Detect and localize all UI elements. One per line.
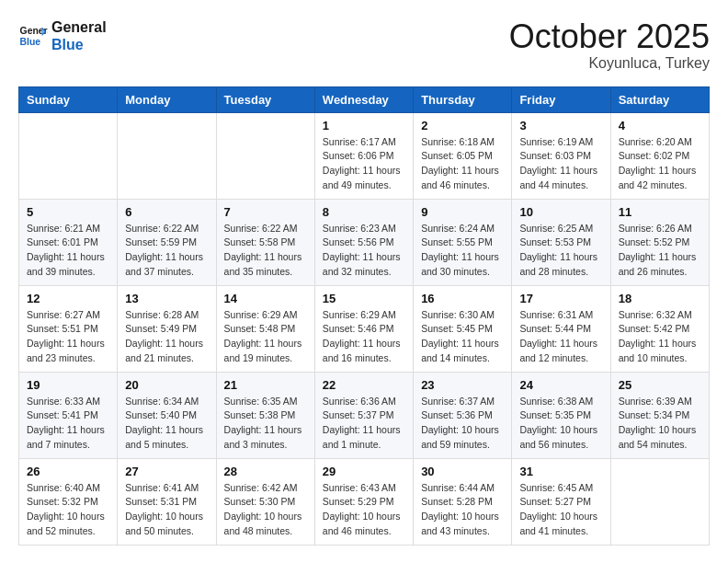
day-info: Sunrise: 6:18 AM Sunset: 6:05 PM Dayligh… [421,135,504,193]
day-number: 22 [323,378,405,392]
day-info: Sunrise: 6:32 AM Sunset: 5:42 PM Dayligh… [619,308,701,366]
calendar-week-2: 5Sunrise: 6:21 AM Sunset: 6:01 PM Daylig… [19,199,710,285]
day-info: Sunrise: 6:34 AM Sunset: 5:40 PM Dayligh… [125,395,208,453]
table-row: 6Sunrise: 6:22 AM Sunset: 5:59 PM Daylig… [118,199,216,285]
table-row: 13Sunrise: 6:28 AM Sunset: 5:49 PM Dayli… [118,285,216,372]
day-number: 16 [421,292,504,305]
day-info: Sunrise: 6:24 AM Sunset: 5:55 PM Dayligh… [421,222,504,280]
calendar-week-1: 1Sunrise: 6:17 AM Sunset: 6:06 PM Daylig… [19,112,710,199]
day-info: Sunrise: 6:42 AM Sunset: 5:30 PM Dayligh… [224,481,307,539]
table-row: 7Sunrise: 6:22 AM Sunset: 5:58 PM Daylig… [216,199,314,285]
page-container: General Blue General Blue October 2025 K… [18,18,710,546]
table-row: 23Sunrise: 6:37 AM Sunset: 5:36 PM Dayli… [414,372,512,458]
day-number: 1 [323,119,405,132]
day-number: 29 [323,465,405,478]
calendar-week-3: 12Sunrise: 6:27 AM Sunset: 5:51 PM Dayli… [19,285,710,372]
day-info: Sunrise: 6:35 AM Sunset: 5:38 PM Dayligh… [224,395,307,453]
day-number: 9 [421,205,504,219]
col-sunday: Sunday [19,86,118,112]
table-row: 9Sunrise: 6:24 AM Sunset: 5:55 PM Daylig… [414,199,512,285]
month-title: October 2025 [509,18,710,55]
table-row: 20Sunrise: 6:34 AM Sunset: 5:40 PM Dayli… [118,372,216,458]
table-row: 30Sunrise: 6:44 AM Sunset: 5:28 PM Dayli… [414,458,512,545]
day-number: 10 [519,205,602,219]
day-number: 7 [224,205,307,219]
day-number: 2 [421,119,504,132]
day-info: Sunrise: 6:21 AM Sunset: 6:01 PM Dayligh… [27,222,109,280]
table-row: 25Sunrise: 6:39 AM Sunset: 5:34 PM Dayli… [610,372,709,458]
day-number: 11 [619,205,701,219]
calendar-week-4: 19Sunrise: 6:33 AM Sunset: 5:41 PM Dayli… [19,372,710,458]
day-info: Sunrise: 6:45 AM Sunset: 5:27 PM Dayligh… [519,481,602,539]
day-info: Sunrise: 6:40 AM Sunset: 5:32 PM Dayligh… [27,481,109,539]
day-number: 15 [323,292,405,305]
col-monday: Monday [118,86,216,112]
col-thursday: Thursday [414,86,512,112]
day-info: Sunrise: 6:38 AM Sunset: 5:35 PM Dayligh… [519,395,602,453]
svg-text:Blue: Blue [20,37,41,47]
day-info: Sunrise: 6:31 AM Sunset: 5:44 PM Dayligh… [519,308,602,366]
col-wednesday: Wednesday [314,86,413,112]
day-info: Sunrise: 6:39 AM Sunset: 5:34 PM Dayligh… [619,395,701,453]
day-info: Sunrise: 6:29 AM Sunset: 5:48 PM Dayligh… [224,308,307,366]
day-number: 18 [619,292,701,305]
table-row: 12Sunrise: 6:27 AM Sunset: 5:51 PM Dayli… [19,285,118,372]
day-number: 14 [224,292,307,305]
day-info: Sunrise: 6:36 AM Sunset: 5:37 PM Dayligh… [323,395,405,453]
table-row: 1Sunrise: 6:17 AM Sunset: 6:06 PM Daylig… [314,112,413,199]
table-row: 3Sunrise: 6:19 AM Sunset: 6:03 PM Daylig… [512,112,610,199]
table-row: 26Sunrise: 6:40 AM Sunset: 5:32 PM Dayli… [19,458,118,545]
table-row [610,458,709,545]
day-number: 8 [323,205,405,219]
day-number: 20 [125,378,208,392]
table-row: 22Sunrise: 6:36 AM Sunset: 5:37 PM Dayli… [314,372,413,458]
table-row: 31Sunrise: 6:45 AM Sunset: 5:27 PM Dayli… [512,458,610,545]
day-info: Sunrise: 6:30 AM Sunset: 5:45 PM Dayligh… [421,308,504,366]
table-row: 18Sunrise: 6:32 AM Sunset: 5:42 PM Dayli… [610,285,709,372]
day-number: 21 [224,378,307,392]
day-info: Sunrise: 6:37 AM Sunset: 5:36 PM Dayligh… [421,395,504,453]
table-row: 10Sunrise: 6:25 AM Sunset: 5:53 PM Dayli… [512,199,610,285]
day-info: Sunrise: 6:28 AM Sunset: 5:49 PM Dayligh… [125,308,208,366]
calendar-header-row: Sunday Monday Tuesday Wednesday Thursday… [19,86,710,112]
day-number: 6 [125,205,208,219]
day-info: Sunrise: 6:22 AM Sunset: 5:59 PM Dayligh… [125,222,208,280]
day-number: 17 [519,292,602,305]
col-saturday: Saturday [610,86,709,112]
table-row: 5Sunrise: 6:21 AM Sunset: 6:01 PM Daylig… [19,199,118,285]
day-info: Sunrise: 6:22 AM Sunset: 5:58 PM Dayligh… [224,222,307,280]
table-row: 15Sunrise: 6:29 AM Sunset: 5:46 PM Dayli… [314,285,413,372]
day-info: Sunrise: 6:26 AM Sunset: 5:52 PM Dayligh… [619,222,701,280]
table-row: 11Sunrise: 6:26 AM Sunset: 5:52 PM Dayli… [610,199,709,285]
table-row: 28Sunrise: 6:42 AM Sunset: 5:30 PM Dayli… [216,458,314,545]
logo-general: General [51,18,107,36]
day-number: 27 [125,465,208,478]
table-row [19,112,118,199]
logo-icon: General Blue [18,21,48,51]
col-tuesday: Tuesday [216,86,314,112]
day-info: Sunrise: 6:33 AM Sunset: 5:41 PM Dayligh… [27,395,109,453]
header: General Blue General Blue October 2025 K… [18,18,710,72]
day-number: 26 [27,465,109,478]
day-number: 19 [27,378,109,392]
logo-blue: Blue [51,36,107,53]
table-row: 17Sunrise: 6:31 AM Sunset: 5:44 PM Dayli… [512,285,610,372]
day-number: 12 [27,292,109,305]
calendar-table: Sunday Monday Tuesday Wednesday Thursday… [18,86,710,546]
day-info: Sunrise: 6:43 AM Sunset: 5:29 PM Dayligh… [323,481,405,539]
day-info: Sunrise: 6:20 AM Sunset: 6:02 PM Dayligh… [619,135,701,193]
logo: General Blue General Blue [18,18,107,53]
table-row: 21Sunrise: 6:35 AM Sunset: 5:38 PM Dayli… [216,372,314,458]
day-info: Sunrise: 6:27 AM Sunset: 5:51 PM Dayligh… [27,308,109,366]
day-info: Sunrise: 6:41 AM Sunset: 5:31 PM Dayligh… [125,481,208,539]
title-section: October 2025 Koyunluca, Turkey [509,18,710,72]
calendar-week-5: 26Sunrise: 6:40 AM Sunset: 5:32 PM Dayli… [19,458,710,545]
table-row: 27Sunrise: 6:41 AM Sunset: 5:31 PM Dayli… [118,458,216,545]
day-info: Sunrise: 6:17 AM Sunset: 6:06 PM Dayligh… [323,135,405,193]
table-row: 16Sunrise: 6:30 AM Sunset: 5:45 PM Dayli… [414,285,512,372]
day-number: 4 [619,119,701,132]
table-row [216,112,314,199]
table-row: 29Sunrise: 6:43 AM Sunset: 5:29 PM Dayli… [314,458,413,545]
location-title: Koyunluca, Turkey [509,55,710,72]
col-friday: Friday [512,86,610,112]
